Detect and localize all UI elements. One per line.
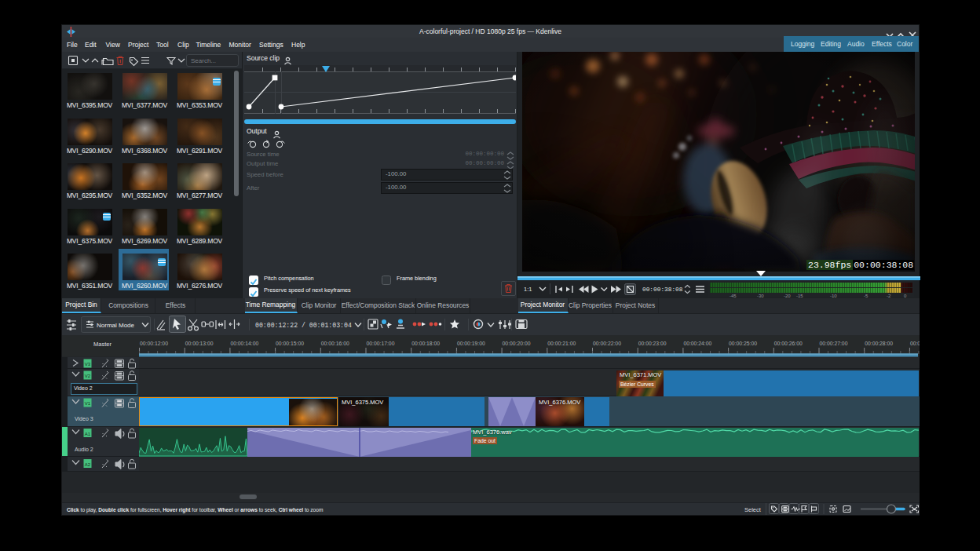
svg-text:00:00:23:00: 00:00:23:00	[638, 341, 667, 346]
svg-text:00:00:26:00: 00:00:26:00	[774, 341, 803, 346]
svg-text:00:00:21:00: 00:00:21:00	[547, 341, 576, 346]
svg-text:00:00:12:22 / 00:01:03:04: 00:00:12:22 / 00:01:03:04	[255, 322, 352, 329]
svg-text:V1: V1	[85, 401, 91, 406]
svg-text:00:00:18:00: 00:00:18:00	[411, 341, 440, 346]
svg-text:Normal Mode: Normal Mode	[97, 322, 135, 329]
svg-text:00:00:12:00: 00:00:12:00	[140, 341, 168, 346]
svg-text:V3: V3	[85, 362, 91, 367]
svg-text:1:1: 1:1	[524, 286, 532, 293]
svg-text:00:00:20:00: 00:00:20:00	[503, 341, 531, 346]
svg-text:A1: A1	[85, 432, 91, 436]
svg-text:00:00:15:00: 00:00:15:00	[276, 341, 304, 346]
svg-text:00:00:17:00: 00:00:17:00	[367, 341, 395, 346]
svg-text:00:00:27:00: 00:00:27:00	[820, 341, 848, 346]
svg-text:00:00:25:00: 00:00:25:00	[729, 341, 757, 346]
svg-text:00:00:13:00: 00:00:13:00	[185, 341, 214, 346]
svg-text:V2: V2	[85, 374, 91, 378]
svg-text:A2: A2	[85, 462, 91, 467]
svg-text:00:00:24:00: 00:00:24:00	[683, 341, 711, 346]
svg-text:00:00:19:00: 00:00:19:00	[457, 341, 485, 346]
svg-text:00:00:16:00: 00:00:16:00	[321, 341, 349, 346]
svg-text:00:00:14:00: 00:00:14:00	[230, 341, 258, 346]
svg-text:00:00:29:00: 00:00:29:00	[910, 341, 920, 346]
svg-text:Search...: Search...	[191, 57, 216, 64]
svg-text:00:00:28:00: 00:00:28:00	[865, 341, 893, 346]
svg-text:00:00:38:08: 00:00:38:08	[642, 286, 683, 293]
svg-text:00:00:22:00: 00:00:22:00	[593, 341, 621, 346]
